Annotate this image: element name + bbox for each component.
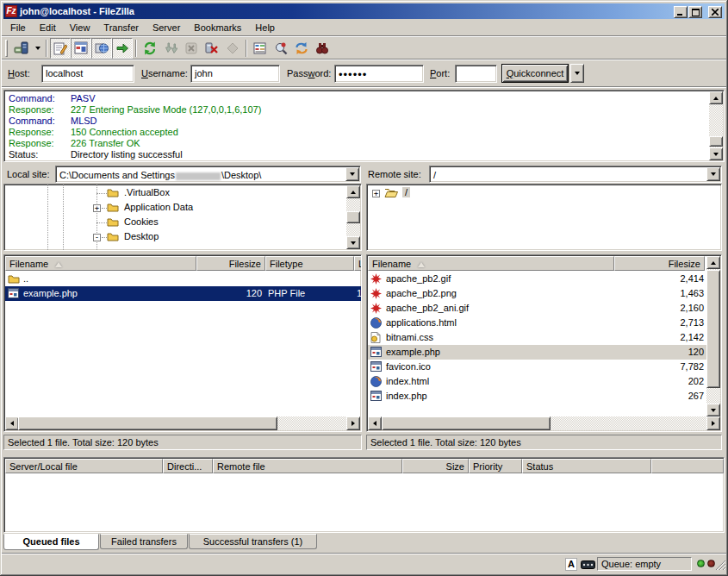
port-input[interactable] [455, 65, 497, 83]
filter-button[interactable] [250, 38, 271, 59]
tab-queued-files[interactable]: Queued files [3, 534, 99, 550]
tree-item-application-data[interactable]: Application Data [124, 202, 193, 212]
scroll-up-button[interactable] [706, 256, 720, 269]
title-bar[interactable]: Fz john@localhost - FileZilla [3, 3, 725, 19]
tree-expander-plus[interactable]: + [93, 204, 101, 212]
toggle-local-tree-button[interactable] [71, 38, 91, 59]
file-row[interactable]: applications.html 2,713 [368, 316, 707, 330]
tree-item-virtualbox[interactable]: .VirtualBox [124, 187, 170, 197]
tab-successful-transfers[interactable]: Successful transfers (1) [189, 534, 317, 549]
synchronized-browsing-button[interactable] [291, 38, 312, 59]
scroll-down-button[interactable] [709, 147, 723, 160]
column-header-filesize[interactable]: Filesize [614, 256, 705, 271]
reconnect-button[interactable] [222, 38, 243, 59]
file-row-selected[interactable]: example.php 120 [368, 345, 707, 360]
menu-view[interactable]: View [63, 21, 97, 34]
scroll-right-button[interactable] [346, 416, 360, 430]
column-header-filename[interactable]: Filename [5, 256, 196, 271]
local-file-list: Filename Filesize Filetype Last modified… [3, 254, 362, 432]
maximize-button[interactable] [688, 6, 702, 18]
menu-server[interactable]: Server [146, 21, 187, 34]
log-scrollbar[interactable] [709, 91, 723, 160]
file-row[interactable]: apache_pb2_ani.gif 2,160 [368, 301, 707, 316]
site-manager-dropdown[interactable] [32, 38, 43, 59]
tree-expander-plus[interactable]: + [372, 190, 380, 197]
scroll-up-button[interactable] [346, 185, 360, 198]
column-header-lastmodified[interactable]: Last modified [354, 256, 362, 271]
toggle-transfer-queue-button[interactable] [112, 38, 133, 59]
resize-grip[interactable] [715, 560, 726, 571]
disconnect-button[interactable] [202, 38, 222, 59]
column-header-filesize[interactable]: Filesize [196, 256, 265, 271]
toggle-message-log-button[interactable] [50, 38, 71, 59]
toggle-remote-tree-button[interactable] [91, 38, 112, 59]
column-header-priority[interactable]: Priority [469, 459, 522, 473]
column-header-direction[interactable]: Directi... [163, 459, 213, 473]
menu-edit[interactable]: Edit [33, 21, 63, 34]
local-site-dropdown[interactable] [345, 167, 359, 181]
tree-expander-minus[interactable]: - [93, 234, 101, 241]
host-input[interactable]: localhost [41, 65, 134, 83]
menu-file[interactable]: File [3, 21, 33, 34]
directory-comparison-button[interactable] [271, 38, 291, 59]
file-row-selected[interactable]: example.php 120 PHP File 1 [5, 286, 361, 301]
cancel-button[interactable] [181, 38, 202, 59]
quickconnect-bar: Host: localhost Username: john Password:… [3, 60, 725, 86]
scroll-thumb[interactable] [382, 416, 551, 430]
scroll-right-button[interactable] [706, 416, 720, 430]
tab-failed-transfers[interactable]: Failed transfers [100, 534, 188, 549]
triangle-up-icon [351, 191, 356, 194]
scroll-thumb[interactable] [709, 136, 723, 147]
file-row[interactable]: apache_pb2.gif 2,414 [368, 272, 707, 286]
remote-list-hscrollbar[interactable] [368, 416, 720, 430]
column-header-filetype[interactable]: Filetype [265, 256, 354, 271]
remote-tree: + / [366, 184, 722, 251]
menu-bookmarks[interactable]: Bookmarks [187, 21, 248, 34]
tree-item-desktop[interactable]: Desktop [124, 231, 159, 241]
minimize-button[interactable] [674, 6, 688, 18]
password-input[interactable]: •••••• [334, 65, 424, 83]
remote-site-combo[interactable]: / [429, 166, 722, 183]
find-files-button[interactable] [312, 38, 333, 59]
file-row[interactable]: index.html 202 [368, 374, 707, 389]
column-header-status[interactable]: Status [522, 459, 651, 473]
menu-transfer[interactable]: Transfer [96, 21, 146, 34]
ico-file-icon [370, 361, 382, 372]
scroll-thumb[interactable] [346, 211, 360, 223]
quickconnect-button[interactable]: Quickconnect [501, 64, 569, 83]
scroll-left-button[interactable] [368, 416, 382, 430]
scroll-up-button[interactable] [709, 91, 723, 104]
local-tree-scrollbar[interactable] [346, 185, 360, 249]
site-manager-button[interactable] [11, 38, 32, 59]
column-header-server-local-file[interactable]: Server/Local file [5, 459, 163, 473]
menu-help[interactable]: Help [248, 21, 282, 34]
scroll-thumb[interactable] [706, 270, 720, 388]
file-row[interactable]: bitnami.css 2,142 [368, 330, 707, 345]
file-row[interactable]: index.php 267 [368, 389, 707, 404]
local-site-combo[interactable]: C:\Documents and Settings\Desktop\ [55, 166, 361, 183]
file-row-parent[interactable]: .. [5, 272, 361, 286]
local-list-hscrollbar[interactable] [5, 416, 360, 430]
close-button[interactable] [708, 6, 722, 18]
process-queue-button[interactable] [160, 38, 181, 59]
scroll-down-button[interactable] [706, 404, 720, 416]
file-row[interactable]: apache_pb2.png 1,463 [368, 286, 707, 301]
scroll-left-button[interactable] [5, 416, 19, 430]
remote-site-dropdown[interactable] [706, 167, 720, 181]
tree-item-root[interactable]: / [402, 187, 410, 197]
quickconnect-dropdown[interactable] [570, 64, 584, 83]
username-input[interactable]: john [190, 65, 280, 83]
chevron-down-icon [350, 172, 355, 176]
file-row[interactable]: favicon.ico 7,782 [368, 360, 707, 374]
file-name: applications.html [386, 317, 457, 328]
scroll-down-button[interactable] [346, 236, 360, 249]
remote-list-vscrollbar[interactable] [706, 256, 720, 416]
file-size: 2,713 [680, 317, 704, 328]
toolbar-grip[interactable] [5, 40, 8, 57]
refresh-button[interactable] [140, 38, 160, 59]
tree-item-cookies[interactable]: Cookies [124, 216, 159, 227]
scroll-thumb[interactable] [18, 416, 277, 430]
column-header-size[interactable]: Size [402, 459, 469, 473]
column-header-remote-file[interactable]: Remote file [213, 459, 402, 473]
column-header-filename[interactable]: Filename [368, 256, 614, 271]
